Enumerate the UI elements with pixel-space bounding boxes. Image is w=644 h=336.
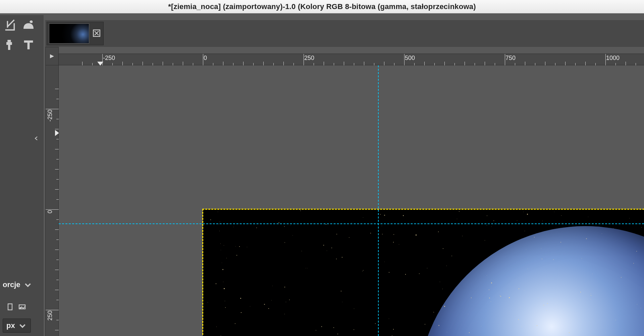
svg-rect-2 bbox=[8, 45, 10, 50]
image-tab[interactable] bbox=[47, 22, 104, 45]
svg-rect-3 bbox=[8, 304, 12, 310]
crop-tool[interactable] bbox=[1, 17, 18, 34]
tool-options-panel: orcje px bbox=[0, 199, 44, 336]
close-icon[interactable] bbox=[93, 29, 101, 38]
proportions-label: orcje bbox=[3, 280, 20, 289]
image-surface[interactable] bbox=[203, 209, 644, 336]
text-tool[interactable] bbox=[20, 37, 37, 53]
svg-rect-1 bbox=[6, 42, 12, 45]
window-titlebar: *[ziemia_noca] (zaimportowany)-1.0 (Kolo… bbox=[0, 0, 644, 13]
image-tab-thumbnail bbox=[49, 23, 89, 44]
portrait-orientation-icon[interactable] bbox=[5, 302, 15, 312]
toolbox-panel: orcje px bbox=[0, 15, 44, 336]
horizontal-ruler[interactable]: -25002505007501000 bbox=[59, 54, 644, 65]
panel-collapse-icon[interactable] bbox=[34, 136, 40, 142]
ruler-origin-toggle[interactable] bbox=[45, 47, 59, 65]
window-title: *[ziemia_noca] (zaimportowany)-1.0 (Kolo… bbox=[168, 2, 476, 11]
unit-selector[interactable]: px bbox=[3, 319, 31, 333]
canvas-viewport[interactable] bbox=[59, 65, 644, 336]
svg-rect-0 bbox=[7, 40, 11, 42]
landscape-orientation-icon[interactable] bbox=[17, 302, 27, 312]
chevron-down-icon[interactable] bbox=[23, 280, 33, 289]
chevron-down-icon bbox=[18, 321, 27, 330]
warp-tool[interactable] bbox=[20, 17, 37, 34]
vertical-ruler[interactable]: -2500250 bbox=[45, 65, 59, 336]
earth-graphic bbox=[418, 226, 644, 336]
image-tab-strip bbox=[45, 20, 644, 47]
airbrush-tool[interactable] bbox=[1, 37, 18, 53]
canvas-area: -25002505007501000 -2500250 bbox=[45, 47, 644, 336]
unit-label: px bbox=[6, 321, 15, 330]
